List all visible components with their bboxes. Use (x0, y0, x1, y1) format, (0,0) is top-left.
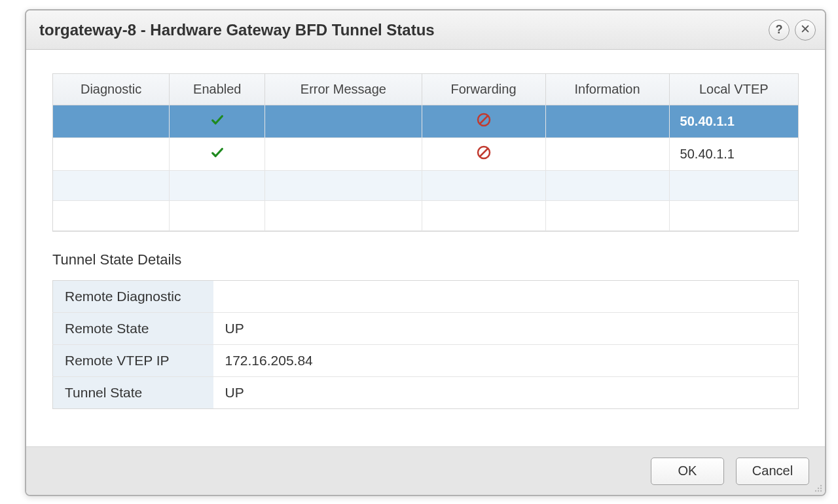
cell-information (546, 138, 670, 171)
cell-diagnostic (53, 138, 170, 171)
detail-label: Remote Diagnostic (53, 281, 213, 313)
detail-label: Tunnel State (53, 377, 213, 409)
check-icon (210, 113, 225, 130)
svg-line-1 (480, 116, 488, 124)
ok-button[interactable]: OK (651, 458, 724, 485)
resize-grip-icon[interactable] (813, 483, 824, 494)
detail-row: Remote VTEP IP 172.16.205.84 (53, 345, 799, 377)
table-row[interactable]: 50.40.1.1 (53, 138, 798, 171)
detail-value: UP (213, 313, 799, 345)
detail-value (213, 281, 799, 313)
dialog-title: torgateway-8 - Hardware Gateway BFD Tunn… (39, 21, 769, 39)
cell-local-vtep: 50.40.1.1 (670, 138, 798, 171)
table-row[interactable]: 50.40.1.1 (53, 105, 798, 138)
cancel-button[interactable]: Cancel (736, 458, 809, 485)
cell-information (546, 105, 670, 138)
details-section-title: Tunnel State Details (52, 251, 799, 268)
titlebar-buttons: ? (769, 20, 816, 41)
table-row[interactable] (53, 171, 798, 201)
svg-point-5 (818, 488, 819, 489)
tunnel-grid[interactable]: Diagnostic Enabled Error Message Forward… (52, 73, 799, 232)
cell-enabled (170, 138, 265, 171)
table-row[interactable] (53, 201, 798, 231)
col-diagnostic[interactable]: Diagnostic (53, 74, 170, 105)
detail-row: Remote Diagnostic (53, 281, 799, 313)
svg-line-3 (480, 149, 488, 156)
prohibited-icon (476, 145, 492, 164)
svg-point-8 (818, 490, 819, 492)
check-icon (210, 145, 225, 163)
svg-point-9 (820, 490, 822, 492)
detail-label: Remote VTEP IP (53, 345, 213, 377)
cell-enabled (170, 105, 265, 138)
dialog-footer: OK Cancel (26, 446, 825, 495)
detail-row: Tunnel State UP (53, 377, 799, 409)
detail-label: Remote State (53, 313, 213, 345)
cell-forwarding (422, 105, 546, 138)
col-local-vtep[interactable]: Local VTEP (670, 74, 798, 105)
help-icon: ? (776, 23, 783, 37)
grid-header-row: Diagnostic Enabled Error Message Forward… (53, 74, 798, 105)
cell-diagnostic (53, 105, 170, 138)
detail-value: UP (213, 377, 799, 409)
cell-error (265, 105, 422, 138)
col-error-message[interactable]: Error Message (265, 74, 422, 105)
col-forwarding[interactable]: Forwarding (422, 74, 546, 105)
close-icon (801, 23, 810, 37)
col-enabled[interactable]: Enabled (170, 74, 265, 105)
cell-forwarding (422, 138, 546, 171)
col-information[interactable]: Information (546, 74, 670, 105)
close-button[interactable] (795, 20, 816, 41)
detail-value: 172.16.205.84 (213, 345, 799, 377)
bfd-tunnel-status-dialog: torgateway-8 - Hardware Gateway BFD Tunn… (25, 9, 826, 496)
dialog-content: Diagnostic Enabled Error Message Forward… (26, 50, 825, 446)
dialog-titlebar: torgateway-8 - Hardware Gateway BFD Tunn… (26, 10, 825, 50)
help-button[interactable]: ? (769, 20, 790, 41)
prohibited-icon (476, 112, 492, 131)
svg-point-6 (820, 488, 822, 489)
tunnel-details: Remote Diagnostic Remote State UP Remote… (52, 280, 799, 409)
svg-point-4 (820, 485, 822, 486)
svg-point-7 (815, 490, 816, 492)
cell-error (265, 138, 422, 171)
cell-local-vtep: 50.40.1.1 (670, 105, 798, 138)
detail-row: Remote State UP (53, 313, 799, 345)
